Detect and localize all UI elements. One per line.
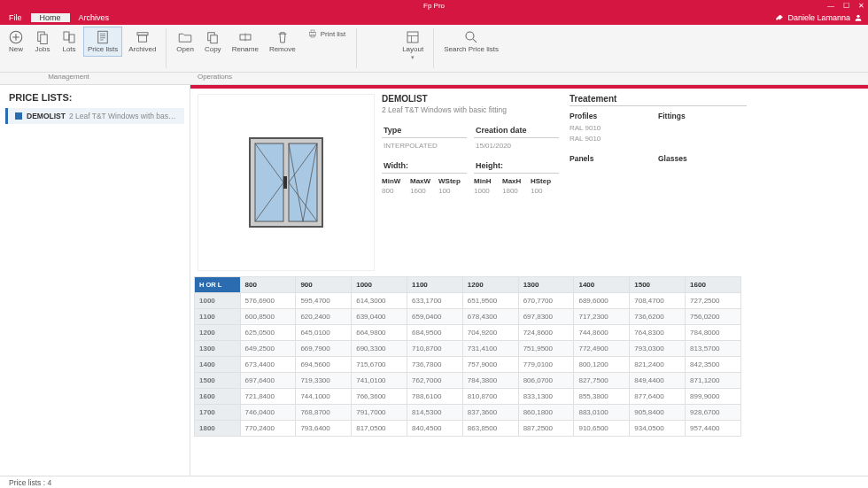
ribbon-layout[interactable]: Layout ▾ <box>398 27 428 64</box>
grid-cell[interactable]: 741,0100 <box>352 373 407 389</box>
grid-cell[interactable]: 721,8400 <box>240 389 296 405</box>
grid-cell[interactable]: 724,8600 <box>518 325 574 341</box>
minimize-button[interactable]: — <box>827 2 834 10</box>
grid-cell[interactable]: 736,7800 <box>407 357 463 373</box>
grid-col-header[interactable]: 1100 <box>407 277 463 293</box>
grid-cell[interactable]: 810,8700 <box>462 389 518 405</box>
grid-row-header[interactable]: 1400 <box>195 357 241 373</box>
grid-col-header[interactable]: 1200 <box>462 277 518 293</box>
grid-cell[interactable]: 697,8300 <box>518 309 574 325</box>
grid-cell[interactable]: 751,9500 <box>518 341 574 357</box>
grid-col-header[interactable]: 1000 <box>352 277 407 293</box>
grid-cell[interactable]: 704,9200 <box>462 325 518 341</box>
price-grid-wrap[interactable]: H OR L8009001000110012001300140015001600… <box>190 276 868 476</box>
grid-cell[interactable]: 837,3600 <box>462 405 518 421</box>
close-button[interactable]: ✕ <box>858 2 864 10</box>
grid-row-header[interactable]: 1000 <box>195 293 241 309</box>
grid-cell[interactable]: 756,0200 <box>686 309 741 325</box>
grid-cell[interactable]: 877,6400 <box>630 389 686 405</box>
grid-row-header[interactable]: 1100 <box>195 309 241 325</box>
grid-cell[interactable]: 620,2400 <box>296 309 352 325</box>
grid-cell[interactable]: 633,1700 <box>407 293 463 309</box>
grid-cell[interactable]: 821,2400 <box>630 357 686 373</box>
grid-cell[interactable]: 784,3800 <box>462 373 518 389</box>
ribbon-new[interactable]: New <box>4 27 28 57</box>
grid-cell[interactable]: 817,0500 <box>352 421 407 437</box>
grid-cell[interactable]: 736,6200 <box>630 309 686 325</box>
grid-cell[interactable]: 788,6100 <box>407 389 463 405</box>
grid-cell[interactable]: 764,8300 <box>630 325 686 341</box>
ribbon-price-lists[interactable]: Price lists <box>83 27 122 57</box>
grid-col-header[interactable]: 1500 <box>630 277 686 293</box>
grid-cell[interactable]: 744,1000 <box>296 389 352 405</box>
grid-cell[interactable]: 757,9000 <box>462 357 518 373</box>
grid-cell[interactable]: 800,1200 <box>574 357 630 373</box>
grid-cell[interactable]: 678,4300 <box>462 309 518 325</box>
grid-cell[interactable]: 746,0400 <box>240 405 296 421</box>
sidebar-item-demolist[interactable]: DEMOLIST 2 Leaf T&T Windows with basic f… <box>5 108 184 124</box>
grid-cell[interactable]: 770,2400 <box>240 421 296 437</box>
grid-cell[interactable]: 793,0300 <box>630 341 686 357</box>
grid-cell[interactable]: 614,3000 <box>352 293 407 309</box>
grid-cell[interactable]: 719,3300 <box>296 373 352 389</box>
grid-row-header[interactable]: 1600 <box>195 389 241 405</box>
grid-col-header[interactable]: 1400 <box>574 277 630 293</box>
grid-col-header[interactable]: 1300 <box>518 277 574 293</box>
menu-archives[interactable]: Archives <box>70 13 119 22</box>
grid-cell[interactable]: 934,0500 <box>630 421 686 437</box>
grid-cell[interactable]: 842,3500 <box>686 357 741 373</box>
grid-cell[interactable]: 649,2500 <box>240 341 296 357</box>
ribbon-print-list[interactable]: Print list <box>302 27 351 57</box>
grid-cell[interactable]: 684,9500 <box>407 325 463 341</box>
grid-cell[interactable]: 768,8700 <box>296 405 352 421</box>
grid-row-header[interactable]: 1800 <box>195 421 241 437</box>
grid-cell[interactable]: 673,4400 <box>240 357 296 373</box>
grid-cell[interactable]: 600,8500 <box>240 309 296 325</box>
grid-cell[interactable]: 863,8500 <box>462 421 518 437</box>
grid-cell[interactable]: 689,6000 <box>574 293 630 309</box>
grid-cell[interactable]: 669,7900 <box>296 341 352 357</box>
grid-cell[interactable]: 651,9500 <box>462 293 518 309</box>
grid-col-header[interactable]: 1600 <box>686 277 741 293</box>
grid-cell[interactable]: 957,4400 <box>686 421 741 437</box>
grid-cell[interactable]: 784,8000 <box>686 325 741 341</box>
grid-cell[interactable]: 772,4900 <box>574 341 630 357</box>
ribbon-rename[interactable]: Rename <box>228 27 263 57</box>
grid-cell[interactable]: 639,0400 <box>352 309 407 325</box>
grid-cell[interactable]: 710,8700 <box>407 341 463 357</box>
grid-cell[interactable]: 827,7500 <box>574 373 630 389</box>
user-area[interactable]: Daniele Lamanna <box>775 13 868 22</box>
grid-cell[interactable]: 727,2500 <box>686 293 741 309</box>
menu-home[interactable]: Home <box>31 13 70 22</box>
menu-file[interactable]: File <box>0 13 31 22</box>
grid-cell[interactable]: 887,2500 <box>518 421 574 437</box>
grid-cell[interactable]: 766,3600 <box>352 389 407 405</box>
grid-cell[interactable]: 697,6400 <box>240 373 296 389</box>
grid-cell[interactable]: 715,6700 <box>352 357 407 373</box>
ribbon-lots[interactable]: Lots <box>57 27 81 57</box>
grid-cell[interactable]: 664,9800 <box>352 325 407 341</box>
grid-cell[interactable]: 762,7000 <box>407 373 463 389</box>
ribbon-remove[interactable]: Remove <box>265 27 300 57</box>
grid-cell[interactable]: 814,5300 <box>407 405 463 421</box>
grid-cell[interactable]: 744,8600 <box>574 325 630 341</box>
grid-cell[interactable]: 708,4700 <box>630 293 686 309</box>
grid-cell[interactable]: 690,3300 <box>352 341 407 357</box>
grid-cell[interactable]: 899,9000 <box>686 389 741 405</box>
maximize-button[interactable]: ☐ <box>843 2 849 10</box>
grid-row-header[interactable]: 1200 <box>195 325 241 341</box>
grid-cell[interactable]: 883,0100 <box>574 405 630 421</box>
grid-cell[interactable]: 793,6400 <box>296 421 352 437</box>
grid-cell[interactable]: 645,0100 <box>296 325 352 341</box>
grid-cell[interactable]: 840,4500 <box>407 421 463 437</box>
ribbon-copy[interactable]: Copy <box>200 27 226 57</box>
grid-cell[interactable]: 910,6500 <box>574 421 630 437</box>
grid-cell[interactable]: 849,4400 <box>630 373 686 389</box>
grid-cell[interactable]: 806,0700 <box>518 373 574 389</box>
grid-row-header[interactable]: 1300 <box>195 341 241 357</box>
grid-cell[interactable]: 625,0500 <box>240 325 296 341</box>
grid-cell[interactable]: 871,1200 <box>686 373 741 389</box>
ribbon-open[interactable]: Open <box>172 27 198 57</box>
grid-cell[interactable]: 717,2300 <box>574 309 630 325</box>
grid-row-header[interactable]: 1500 <box>195 373 241 389</box>
